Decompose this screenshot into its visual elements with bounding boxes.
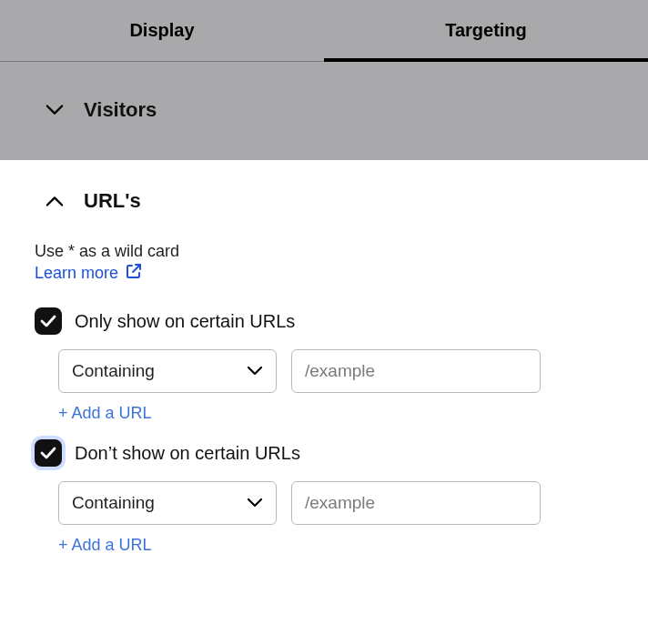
learn-more-link[interactable]: Learn more bbox=[35, 263, 142, 284]
wildcard-hint: Use * as a wild card bbox=[35, 242, 613, 261]
section-urls-header[interactable]: URL's bbox=[0, 160, 648, 224]
dont-show-add-url[interactable]: + Add a URL bbox=[35, 536, 152, 555]
only-show-operator-select[interactable]: Containing bbox=[58, 349, 277, 393]
only-show-url-input[interactable] bbox=[291, 349, 541, 393]
chevron-down-icon bbox=[247, 493, 263, 513]
dont-show-operator-value: Containing bbox=[72, 493, 155, 513]
dont-show-label: Don’t show on certain URLs bbox=[75, 443, 300, 464]
tab-targeting-label: Targeting bbox=[445, 20, 527, 41]
section-visitors-title: Visitors bbox=[84, 98, 157, 122]
only-show-operator-value: Containing bbox=[72, 361, 155, 381]
chevron-down-icon bbox=[247, 361, 263, 381]
external-link-icon bbox=[126, 263, 142, 284]
chevron-up-icon bbox=[46, 196, 64, 206]
dont-show-operator-select[interactable]: Containing bbox=[58, 481, 277, 525]
learn-more-label: Learn more bbox=[35, 264, 118, 283]
dont-show-checkbox[interactable] bbox=[35, 439, 62, 467]
dont-show-url-input[interactable] bbox=[291, 481, 541, 525]
only-show-block: Only show on certain URLs Containing + A… bbox=[35, 307, 613, 423]
section-visitors-header[interactable]: Visitors bbox=[0, 62, 648, 160]
tab-display-label: Display bbox=[129, 20, 194, 41]
only-show-label: Only show on certain URLs bbox=[75, 311, 295, 332]
section-urls-title: URL's bbox=[84, 189, 141, 213]
dont-show-block: Don’t show on certain URLs Containing + … bbox=[35, 439, 613, 555]
tab-targeting[interactable]: Targeting bbox=[324, 0, 648, 61]
tab-display[interactable]: Display bbox=[0, 0, 324, 61]
only-show-checkbox[interactable] bbox=[35, 307, 62, 335]
only-show-add-url[interactable]: + Add a URL bbox=[35, 404, 152, 423]
chevron-down-icon bbox=[46, 105, 64, 116]
tabs: Display Targeting bbox=[0, 0, 648, 62]
urls-panel: Use * as a wild card Learn more Only sho… bbox=[0, 224, 648, 589]
